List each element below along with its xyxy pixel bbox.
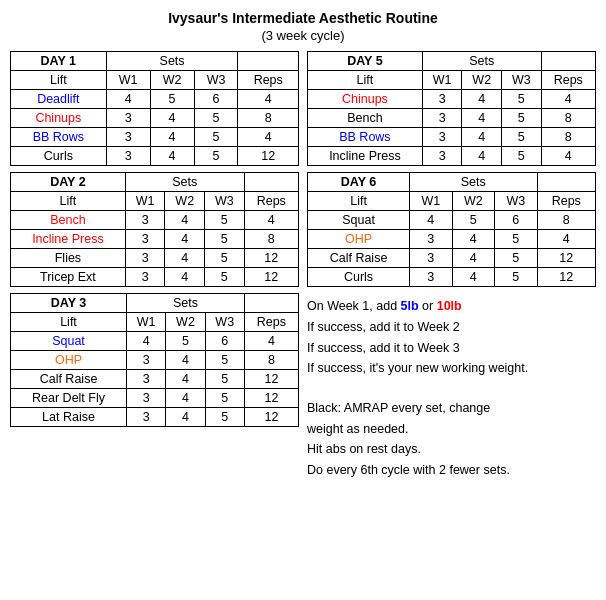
day1-sets-label: Sets (106, 52, 238, 71)
table-row: Deadlift 4564 (11, 90, 299, 109)
lift-incline: Incline Press (11, 230, 126, 249)
lift-bbrows-d5: BB Rows (308, 128, 423, 147)
table-row: Curls 34512 (308, 268, 596, 287)
day3-sets-label: Sets (127, 294, 245, 313)
day1-col-lift: Lift (11, 71, 107, 90)
table-row: OHP 3454 (308, 230, 596, 249)
lift-deadlift: Deadlift (11, 90, 107, 109)
day1-table: DAY 1 Sets Lift W1 W2 W3 Reps Deadlift 4… (10, 51, 299, 166)
lift-bench: Bench (11, 211, 126, 230)
day1-col-w3: W3 (194, 71, 238, 90)
table-row: OHP 3458 (11, 351, 299, 370)
day1-col-w1: W1 (106, 71, 150, 90)
note-abs: Hit abs on rest days. (307, 440, 596, 459)
table-row: Bench 3454 (11, 211, 299, 230)
page-title: Ivysaur's Intermediate Aesthetic Routine (168, 10, 438, 26)
table-row: Calf Raise 34512 (11, 370, 299, 389)
lift-curls-d6: Curls (308, 268, 410, 287)
note-week2: If success, add it to Week 2 (307, 318, 596, 337)
table-row: BB Rows 3454 (11, 128, 299, 147)
note-amrap1: Black: AMRAP every set, change (307, 399, 596, 418)
note-cycle: Do every 6th cycle with 2 fewer sets. (307, 461, 596, 480)
day5-table: DAY 5 Sets Lift W1W2W3Reps Chinups 3454 … (307, 51, 596, 166)
day1-header: DAY 1 (11, 52, 107, 71)
lift-calf-d6: Calf Raise (308, 249, 410, 268)
table-row: BB Rows 3458 (308, 128, 596, 147)
day6-table: DAY 6 Sets Lift W1W2W3Reps Squat 4568 OH… (307, 172, 596, 287)
lift-tricep: Tricep Ext (11, 268, 126, 287)
table-row: Chinups 3458 (11, 109, 299, 128)
lift-incline-d5: Incline Press (308, 147, 423, 166)
note-success: If success, it's your new working weight… (307, 359, 596, 378)
lift-ohp: OHP (11, 351, 127, 370)
lift-squat-d6: Squat (308, 211, 410, 230)
day5-sets-label: Sets (422, 52, 541, 71)
day6-header: DAY 6 (308, 173, 410, 192)
day1-col-reps: Reps (238, 71, 299, 90)
note-week1: On Week 1, add 5lb or 10lb (307, 297, 596, 316)
table-row: Curls 34512 (11, 147, 299, 166)
lift-curls: Curls (11, 147, 107, 166)
lift-calf-raise: Calf Raise (11, 370, 127, 389)
day3-table: DAY 3 Sets Lift W1W2W3Reps Squat 4564 OH… (10, 293, 299, 427)
day6-sets-label: Sets (410, 173, 537, 192)
note-amrap2: weight as needed. (307, 420, 596, 439)
lift-lat-raise: Lat Raise (11, 408, 127, 427)
lift-chinups: Chinups (11, 109, 107, 128)
table-row: Lat Raise 34512 (11, 408, 299, 427)
day1-col-w2: W2 (150, 71, 194, 90)
table-row: Bench 3458 (308, 109, 596, 128)
lift-ohp-d6: OHP (308, 230, 410, 249)
day5-header: DAY 5 (308, 52, 423, 71)
notes-box: On Week 1, add 5lb or 10lb If success, a… (307, 293, 596, 486)
page-subtitle: (3 week cycle) (261, 28, 344, 43)
lift-flies: Flies (11, 249, 126, 268)
table-row: Incline Press 3454 (308, 147, 596, 166)
lift-squat: Squat (11, 332, 127, 351)
day2-table: DAY 2 Sets Lift W1W2W3Reps Bench 3454 In… (10, 172, 299, 287)
table-row: Flies 34512 (11, 249, 299, 268)
note-week3: If success, add it to Week 3 (307, 339, 596, 358)
table-row: Squat 4568 (308, 211, 596, 230)
day2-sets-label: Sets (125, 173, 244, 192)
table-row: Tricep Ext 34512 (11, 268, 299, 287)
day3-header: DAY 3 (11, 294, 127, 313)
table-row: Squat 4564 (11, 332, 299, 351)
lift-rear-delt: Rear Delt Fly (11, 389, 127, 408)
table-row: Chinups 3454 (308, 90, 596, 109)
lift-bbrows: BB Rows (11, 128, 107, 147)
table-row: Incline Press 3458 (11, 230, 299, 249)
lift-bench-d5: Bench (308, 109, 423, 128)
day2-header: DAY 2 (11, 173, 126, 192)
table-row: Calf Raise 34512 (308, 249, 596, 268)
table-row: Rear Delt Fly 34512 (11, 389, 299, 408)
lift-chinups-d5: Chinups (308, 90, 423, 109)
